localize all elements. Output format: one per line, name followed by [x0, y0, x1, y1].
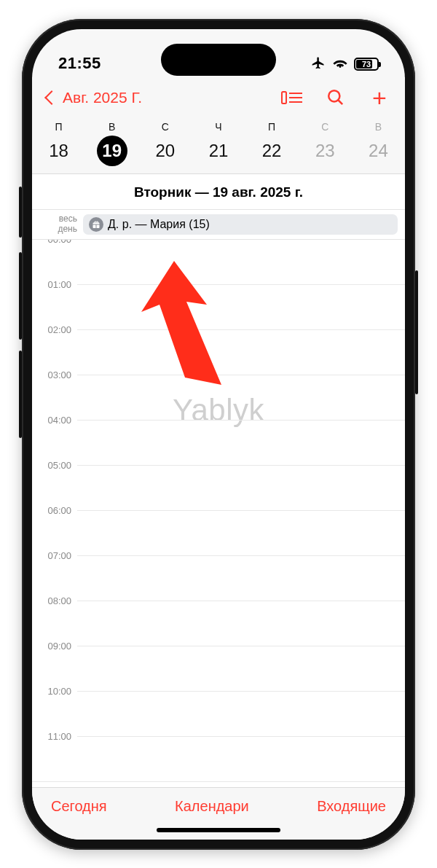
airplane-icon — [310, 55, 326, 73]
wifi-icon — [332, 56, 348, 72]
battery-level: 73 — [362, 60, 371, 69]
hour-label: 07:00 — [32, 550, 77, 561]
hour-label: 00:00 — [32, 240, 77, 245]
status-icons: 73 — [310, 55, 379, 73]
allday-row: весьдень Д. р. — Мария (15) — [32, 210, 405, 240]
hour-label: 10:00 — [32, 686, 77, 697]
phone-frame: 21:55 73 Авг. 2025 Г. — [22, 19, 415, 850]
today-button[interactable]: Сегодня — [51, 798, 107, 815]
timeline[interactable]: Yablyk 00:00 01:00 02:00 03:00 04:00 05:… — [32, 240, 405, 787]
chevron-left-icon — [44, 90, 59, 105]
dow-label: В — [85, 121, 138, 133]
dow-label: П — [32, 121, 85, 133]
day-18[interactable]: 18 — [44, 136, 74, 166]
hour-label: 11:00 — [32, 731, 77, 742]
dow-label: С — [138, 121, 192, 133]
list-view-button[interactable] — [281, 87, 303, 109]
day-21[interactable]: 21 — [203, 136, 234, 166]
back-button[interactable]: Авг. 2025 Г. — [47, 89, 142, 106]
add-event-button[interactable]: + — [369, 87, 390, 109]
allday-event[interactable]: Д. р. — Мария (15) — [83, 214, 398, 235]
day-title: Вторник — 19 авг. 2025 г. — [32, 174, 405, 210]
allday-event-title: Д. р. — Мария (15) — [108, 218, 210, 231]
calendars-button[interactable]: Календари — [175, 798, 249, 815]
hour-label: 08:00 — [32, 595, 77, 606]
day-20[interactable]: 20 — [150, 136, 181, 166]
svg-line-5 — [338, 100, 342, 104]
dow-label: С — [299, 121, 352, 133]
home-indicator[interactable] — [157, 828, 280, 832]
plus-icon: + — [372, 85, 387, 110]
dynamic-island — [161, 44, 276, 76]
dow-row: П В С Ч П С В — [32, 121, 405, 133]
navbar: Авг. 2025 Г. + — [32, 77, 405, 118]
screen: 21:55 73 Авг. 2025 Г. — [32, 29, 405, 840]
hour-label: 03:00 — [32, 370, 77, 380]
day-22[interactable]: 22 — [256, 136, 287, 166]
battery-icon: 73 — [354, 58, 379, 71]
dow-label: Ч — [192, 121, 245, 133]
dow-label: В — [352, 121, 405, 133]
hour-label: 01:00 — [32, 279, 77, 290]
daynum-row: 18 19 20 21 22 23 24 — [32, 133, 405, 166]
status-time: 21:55 — [58, 54, 101, 73]
hour-label: 04:00 — [32, 415, 77, 426]
day-23[interactable]: 23 — [310, 136, 340, 166]
day-24[interactable]: 24 — [363, 136, 393, 166]
gift-icon — [89, 217, 103, 232]
hour-label: 06:00 — [32, 505, 77, 516]
hour-label: 02:00 — [32, 324, 77, 335]
search-button[interactable] — [325, 87, 347, 109]
back-label: Авг. 2025 Г. — [63, 89, 142, 106]
hour-label: 09:00 — [32, 641, 77, 652]
svg-point-4 — [328, 90, 339, 101]
svg-rect-0 — [282, 92, 286, 103]
week-header: П В С Ч П С В 18 19 20 21 22 23 24 — [32, 118, 405, 174]
inbox-button[interactable]: Входящие — [317, 798, 386, 815]
day-19[interactable]: 19 — [97, 136, 127, 166]
hour-label: 05:00 — [32, 460, 77, 471]
dow-label: П — [245, 121, 299, 133]
allday-label: весьдень — [32, 214, 83, 233]
